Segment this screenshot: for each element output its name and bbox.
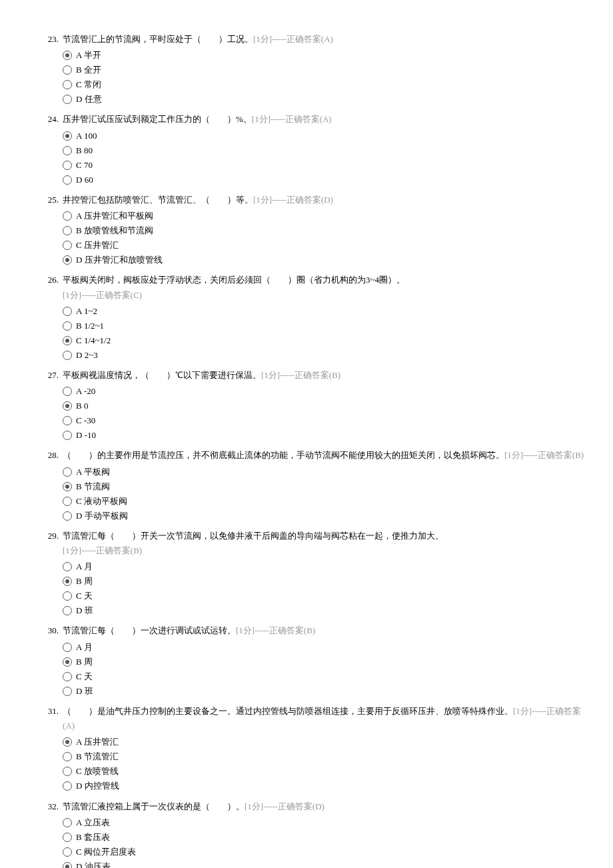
radio-icon[interactable] (63, 401, 72, 411)
radio-icon[interactable] (63, 351, 72, 360)
radio-icon[interactable] (63, 161, 72, 170)
radio-icon[interactable] (63, 847, 72, 857)
option[interactable]: A 压井管汇 (63, 735, 586, 749)
option[interactable]: A 立压表 (63, 815, 586, 830)
option[interactable]: A 半开 (63, 48, 586, 63)
question: 23.节流管汇上的节流阀，平时应处于（ ）工况。[1分]-----正确答案(A)… (40, 32, 586, 107)
option-label: C 液动平板阀 (76, 494, 127, 509)
option[interactable]: B 周 (63, 574, 586, 589)
option[interactable]: B 节流管汇 (63, 749, 586, 764)
option[interactable]: A 100 (63, 129, 586, 143)
radio-icon[interactable] (63, 175, 72, 185)
radio-icon[interactable] (63, 767, 72, 776)
option-label: C 70 (76, 158, 93, 173)
question-meta: [1分]-----正确答案(D) (245, 801, 324, 811)
option-label: A 1~2 (76, 304, 97, 319)
radio-icon[interactable] (63, 657, 72, 667)
option[interactable]: C 阀位开启度表 (63, 845, 586, 859)
radio-icon[interactable] (63, 833, 72, 842)
option[interactable]: D 任意 (63, 92, 586, 107)
option[interactable]: C 70 (63, 158, 586, 173)
radio-icon[interactable] (63, 241, 72, 250)
option[interactable]: C 常闭 (63, 77, 586, 92)
option[interactable]: B 0 (63, 399, 586, 413)
radio-icon[interactable] (63, 511, 72, 521)
option-label: D 任意 (76, 92, 102, 107)
option[interactable]: D 60 (63, 173, 586, 187)
option[interactable]: D 油压表 (63, 859, 586, 868)
option[interactable]: A 压井管汇和平板阀 (63, 209, 586, 223)
option[interactable]: D 压井管汇和放喷管线 (63, 253, 586, 267)
option[interactable]: C 天 (63, 589, 586, 603)
option-label: D 班 (76, 603, 93, 618)
radio-icon[interactable] (63, 606, 72, 615)
radio-icon[interactable] (63, 146, 72, 155)
option[interactable]: A -20 (63, 384, 586, 399)
radio-icon[interactable] (63, 211, 72, 221)
option[interactable]: B 周 (63, 655, 586, 669)
option[interactable]: C -30 (63, 413, 586, 428)
radio-icon[interactable] (63, 737, 72, 747)
option[interactable]: C 压井管汇 (63, 238, 586, 253)
option[interactable]: B 全开 (63, 63, 586, 77)
option-label: A 压井管汇和平板阀 (76, 209, 153, 223)
option-list: A 半开B 全开C 常闭D 任意 (63, 48, 586, 107)
radio-icon[interactable] (63, 562, 72, 571)
radio-icon[interactable] (63, 321, 72, 331)
option-list: A 压井管汇B 节流管汇C 放喷管线D 内控管线 (63, 735, 586, 793)
option[interactable]: C 液动平板阀 (63, 494, 586, 509)
option[interactable]: C 1/4~1/2 (63, 333, 586, 348)
option[interactable]: D -10 (63, 428, 586, 443)
radio-icon[interactable] (63, 818, 72, 827)
question-text: 节流管汇上的节流阀，平时应处于（ ）工况。[1分]-----正确答案(A) (63, 32, 586, 47)
question-stem: 节流管汇每（ ）开关一次节流阀，以免修井液干后阀盖的导向端与阀芯粘在一起，使推力… (63, 531, 444, 541)
radio-icon[interactable] (63, 687, 72, 696)
radio-icon[interactable] (63, 672, 72, 681)
question: 32.节流管汇液控箱上属于一次仪表的是（ ）。[1分]-----正确答案(D)A… (40, 799, 586, 869)
radio-icon[interactable] (63, 307, 72, 316)
radio-icon[interactable] (63, 65, 72, 75)
radio-icon[interactable] (63, 255, 72, 265)
radio-icon[interactable] (63, 336, 72, 345)
question-stem: 平板阀关闭时，阀板应处于浮动状态，关闭后必须回（ ）圈（省力机构的为3~4圈）。 (63, 275, 405, 285)
radio-icon[interactable] (63, 577, 72, 586)
option[interactable]: A 平板阀 (63, 465, 586, 479)
option[interactable]: A 1~2 (63, 304, 586, 319)
question-stem: （ ）的主要作用是节流控压，并不彻底截止流体的功能，手动节流阀不能使用较大的扭矩… (63, 450, 504, 460)
radio-icon[interactable] (63, 131, 72, 141)
option-label: B 0 (76, 399, 88, 413)
radio-icon[interactable] (63, 862, 72, 868)
option[interactable]: B 80 (63, 143, 586, 158)
option-label: A 压井管汇 (76, 735, 119, 749)
radio-icon[interactable] (63, 431, 72, 440)
radio-icon[interactable] (63, 497, 72, 506)
option-label: D 内控管线 (76, 779, 119, 793)
radio-icon[interactable] (63, 781, 72, 791)
option[interactable]: B 节流阀 (63, 479, 586, 494)
option[interactable]: B 套压表 (63, 830, 586, 845)
radio-icon[interactable] (63, 51, 72, 60)
radio-icon[interactable] (63, 226, 72, 235)
option[interactable]: D 手动平板阀 (63, 509, 586, 523)
radio-icon[interactable] (63, 95, 72, 104)
radio-icon[interactable] (63, 643, 72, 652)
radio-icon[interactable] (63, 591, 72, 601)
option-label: C 压井管汇 (76, 238, 119, 253)
option[interactable]: C 天 (63, 669, 586, 684)
radio-icon[interactable] (63, 416, 72, 425)
option-label: B 周 (76, 655, 93, 669)
radio-icon[interactable] (63, 80, 72, 89)
option[interactable]: B 放喷管线和节流阀 (63, 223, 586, 238)
radio-icon[interactable] (63, 752, 72, 761)
option[interactable]: D 内控管线 (63, 779, 586, 793)
option[interactable]: D 2~3 (63, 348, 586, 363)
radio-icon[interactable] (63, 467, 72, 477)
option[interactable]: B 1/2~1 (63, 319, 586, 333)
option[interactable]: A 月 (63, 640, 586, 655)
option[interactable]: D 班 (63, 684, 586, 699)
option[interactable]: D 班 (63, 603, 586, 618)
option[interactable]: C 放喷管线 (63, 764, 586, 779)
radio-icon[interactable] (63, 387, 72, 396)
radio-icon[interactable] (63, 482, 72, 491)
option[interactable]: A 月 (63, 559, 586, 574)
